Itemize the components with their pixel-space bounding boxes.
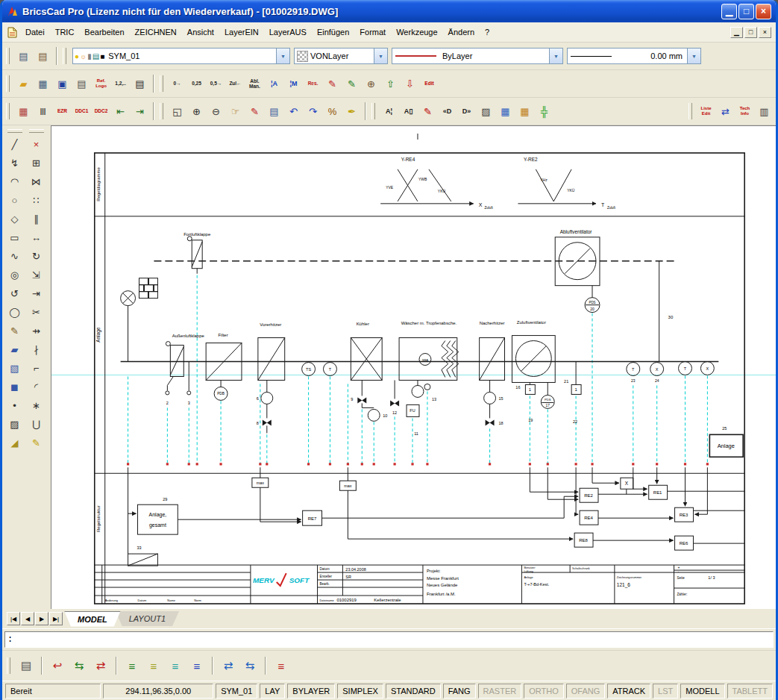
linetype-combo[interactable]: ByLayer ▼ [392,48,563,64]
numbering-button[interactable]: 1,2,.. [111,75,130,93]
menu-item[interactable]: Ansicht [182,25,219,39]
maximize-button[interactable]: □ [738,4,754,19]
close-button[interactable]: × [756,4,771,19]
join-tool-button[interactable]: ⋃ [27,415,46,434]
offset-tool-button[interactable]: ∥ [27,210,46,228]
position-button[interactable]: ⊕ [362,75,380,93]
page-next-button[interactable]: ⇥ [131,102,149,121]
chevron-down-icon[interactable]: ▼ [687,49,700,63]
page-prev-button[interactable]: ⇤ [111,102,130,121]
chevron-down-icon[interactable]: ▼ [374,49,387,63]
scale-down-button[interactable]: ⇩ [401,75,419,93]
raster-button[interactable]: ▦ [14,102,33,121]
drawing-canvas[interactable]: Regeldiagramme Anlage Regelstruktur Y-RE… [51,125,776,609]
sketch-green-button[interactable]: ✎ [342,75,361,93]
tab-first-button[interactable]: |◀ [7,612,20,625]
ref-logo-button[interactable]: Ref. Logo [92,75,110,93]
menu-item[interactable]: ZEICHNEN [130,25,182,39]
tric-return-button[interactable]: ↩ [47,655,68,676]
color-swatch-icon[interactable]: ■ [100,52,104,60]
hatch-button[interactable]: ▨ [477,102,495,121]
toolbar-grip[interactable] [160,103,163,119]
menu-item[interactable]: LayerEIN [219,25,264,39]
scale-edit-button[interactable]: Edit [420,75,439,93]
text-a-button[interactable]: ¦A [265,75,283,93]
dim-zul-button[interactable]: Zul← [226,75,245,93]
plot-preview-button[interactable]: ▤ [72,75,91,93]
point-tool-button[interactable]: • [5,396,24,415]
statusbar-coordinates[interactable]: 294.11,96.35,0.00 [103,684,213,699]
wedge-tool-button[interactable]: ◢ [5,434,24,452]
statusbar-lay[interactable]: LAY [260,684,285,699]
line-tool-button[interactable]: ╱ [5,135,24,154]
toolbar-grip[interactable] [6,103,10,119]
redo-button[interactable]: ↷ [304,102,322,121]
swap-pages2-button[interactable]: ⇆ [239,655,260,676]
sketch-red-button[interactable]: ✎ [323,75,342,93]
region-tool-button[interactable]: ▰ [5,340,24,359]
dim-05-button[interactable]: 0,5→ [207,75,225,93]
toolbar-grip[interactable] [6,75,10,92]
explode-tool-button[interactable]: ∗ [27,396,46,415]
statusbar-modell[interactable]: MODELL [680,684,724,699]
tric-sync-button[interactable]: ⇆ [69,655,90,676]
print-button[interactable]: ▤ [131,75,149,93]
feather-button[interactable]: ✒ [342,102,361,121]
scale-up-button[interactable]: ⇧ [381,75,400,93]
swap-pages-button[interactable]: ⇄ [218,655,239,676]
mirror-tool-button[interactable]: ⋈ [27,172,46,191]
toolbar-grip[interactable] [63,48,66,64]
menu-item[interactable]: Ändern [443,25,480,39]
break-tool-button[interactable]: ∤ [27,340,46,359]
ddc2-button[interactable]: DDC2 [92,102,110,121]
dim-abl-man-button[interactable]: Abl. Man. [245,75,264,93]
statusbar-raster[interactable]: RASTER [478,684,522,699]
toolbar-grip[interactable] [371,103,375,119]
pedit-tool-button[interactable]: ✎ [27,434,46,452]
ezr-button[interactable]: EZR [53,102,72,121]
tech-info-button[interactable]: Tech Info [735,102,754,121]
menu-item[interactable]: Einfügen [312,25,354,39]
undo-button[interactable]: ↶ [284,102,303,121]
pan-button[interactable]: ☞ [226,102,245,121]
dim-025-button[interactable]: 0,25 [187,75,206,93]
layer-stack-green-button[interactable]: ≡ [122,655,142,676]
tab-model[interactable]: MODEL [64,611,121,627]
polyline-tool-button[interactable]: ↯ [5,154,24,172]
redline-button[interactable]: ✎ [418,102,437,121]
minimize-button[interactable]: ▁ [721,4,737,19]
open-button[interactable]: ▰ [14,75,33,93]
move-tool-button[interactable]: ↔ [27,228,46,247]
toolbar-grip[interactable] [7,129,22,133]
plot-settings-button[interactable]: ▤ [34,47,52,66]
polygon-tool-button[interactable]: ◇ [5,210,24,228]
array-tool-button[interactable]: ∷ [27,191,46,210]
statusbar-textstyle[interactable]: SIMPLEX [337,684,383,699]
tab-next-button[interactable]: ▶ [35,612,48,625]
chevron-down-icon[interactable]: ▼ [549,49,562,63]
scale-tool-button[interactable]: ⇲ [27,266,46,284]
extend-tool-button[interactable]: ⇸ [27,322,46,340]
layer-stack-cyan-button[interactable]: ≡ [165,655,186,676]
circle-tool-button[interactable]: ○ [5,191,24,210]
liste-edit-button[interactable]: Liste Edit [697,102,715,121]
dim-right-button[interactable]: D» [457,102,476,121]
statusbar-lst[interactable]: LST [653,684,678,699]
catalog-button[interactable]: ▥ [755,102,774,121]
tab-layout1[interactable]: LAYOUT1 [116,611,179,626]
layer-plot-icon[interactable]: ▤ [92,52,99,60]
menu-item[interactable]: Datei [20,25,50,39]
solid-tool-button[interactable]: ◼ [5,378,24,396]
toolbar-grip[interactable] [29,129,44,133]
toolbar-grip[interactable] [6,48,10,64]
properties-button[interactable]: ▤ [265,102,283,121]
pattern-add-button[interactable]: ╬ [535,102,553,121]
sun-icon[interactable]: ☼ [80,52,87,60]
color-combo[interactable]: VONLayer ▼ [294,48,388,64]
toolbar-grip[interactable] [160,75,163,92]
plot-small-button[interactable]: ▤ [16,655,37,676]
snap-percent-button[interactable]: % [323,102,342,121]
erase-tool-button[interactable]: × [27,135,46,154]
freehand-tool-button[interactable]: ✎ [5,322,24,340]
bulb-icon[interactable]: ● [75,52,79,60]
